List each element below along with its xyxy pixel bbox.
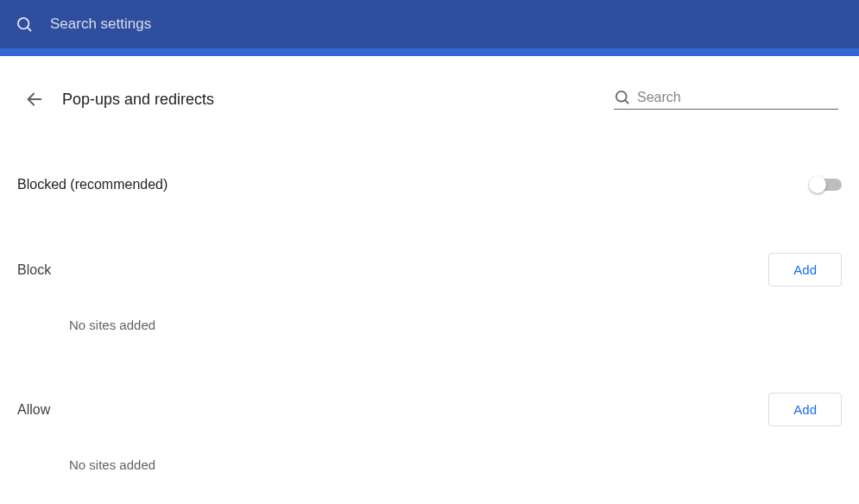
- svg-line-1: [28, 28, 31, 31]
- block-empty-message: No sites added: [69, 318, 842, 332]
- blocked-setting-label: Blocked (recommended): [17, 177, 167, 192]
- local-search-input[interactable]: [637, 90, 838, 105]
- global-search-placeholder: Search settings: [50, 16, 151, 33]
- accent-strip: [0, 48, 859, 56]
- global-search-bar[interactable]: Search settings: [0, 0, 859, 48]
- content: Blocked (recommended) Block Add No sites…: [0, 177, 859, 472]
- page-title: Pop-ups and redirects: [62, 91, 614, 109]
- block-section-header: Block Add: [17, 253, 842, 287]
- allow-add-button[interactable]: Add: [768, 393, 842, 426]
- search-icon: [614, 89, 630, 105]
- allow-section-title: Allow: [17, 402, 50, 418]
- search-icon: [16, 16, 33, 33]
- svg-line-4: [625, 100, 628, 103]
- toggle-knob: [809, 176, 826, 193]
- blocked-toggle[interactable]: [811, 179, 842, 191]
- block-section-title: Block: [17, 262, 51, 278]
- local-search[interactable]: [614, 89, 838, 110]
- blocked-setting-row: Blocked (recommended): [17, 177, 842, 192]
- page-header: Pop-ups and redirects: [0, 56, 859, 117]
- allow-section-header: Allow Add: [17, 393, 842, 426]
- allow-empty-message: No sites added: [69, 457, 842, 472]
- block-add-button[interactable]: Add: [768, 253, 842, 287]
- back-button[interactable]: [17, 82, 52, 117]
